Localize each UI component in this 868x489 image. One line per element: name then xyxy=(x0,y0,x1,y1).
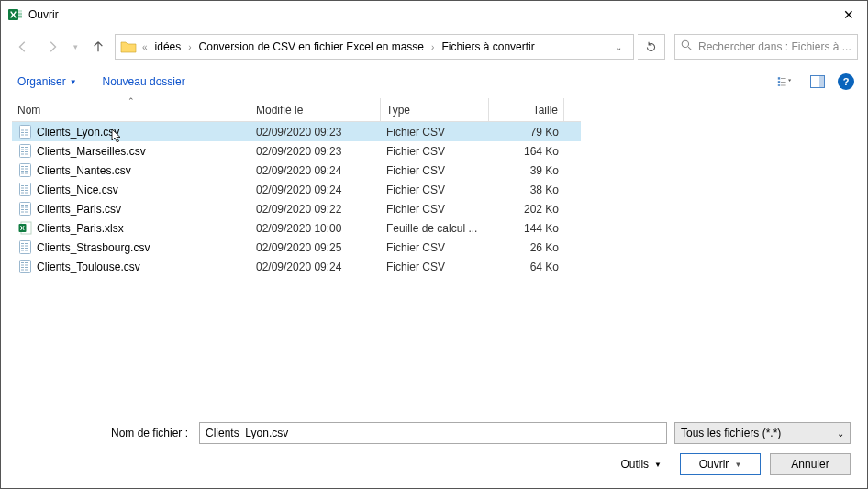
cancel-button[interactable]: Annuler xyxy=(770,453,851,475)
file-size: 64 Ko xyxy=(489,261,564,273)
column-type[interactable]: Type xyxy=(381,98,489,121)
file-row[interactable]: Clients_Lyon.csv02/09/2020 09:23Fichier … xyxy=(12,122,581,141)
svg-rect-28 xyxy=(25,151,28,152)
svg-rect-1 xyxy=(18,10,22,13)
breadcrumb-path[interactable]: « idées › Conversion de CSV en fichier E… xyxy=(115,34,634,60)
file-row[interactable]: Clients_Paris.xlsx02/09/2020 10:00Feuill… xyxy=(12,218,581,238)
svg-rect-71 xyxy=(25,262,28,263)
svg-rect-29 xyxy=(21,154,24,155)
window-title: Ouvrir xyxy=(28,8,830,21)
nav-recent-dropdown[interactable]: ▾ xyxy=(69,34,82,60)
svg-rect-35 xyxy=(25,169,28,170)
crumb-1[interactable]: idées xyxy=(152,40,184,53)
view-options-button[interactable] xyxy=(772,71,797,93)
svg-rect-37 xyxy=(25,171,28,172)
file-type: Fichier CSV xyxy=(381,241,489,254)
svg-rect-21 xyxy=(25,135,28,136)
path-dropdown[interactable]: ⌄ xyxy=(607,42,629,52)
refresh-button[interactable] xyxy=(638,34,665,60)
file-date: 02/09/2020 09:24 xyxy=(250,261,381,273)
file-name: Clients_Nantes.csv xyxy=(37,164,131,177)
svg-rect-7 xyxy=(778,81,780,83)
dialog-footer: Nom de fichier : Tous les fichiers (*.*)… xyxy=(1,411,867,488)
file-type: Fichier CSV xyxy=(381,145,489,158)
nav-forward-button xyxy=(39,34,65,60)
svg-rect-57 xyxy=(25,212,28,213)
file-date: 02/09/2020 09:23 xyxy=(250,145,381,158)
svg-rect-73 xyxy=(25,265,28,266)
svg-rect-22 xyxy=(19,145,30,158)
close-button[interactable]: ✕ xyxy=(830,1,867,28)
search-input[interactable]: Rechercher dans : Fichiers à ... xyxy=(674,34,858,60)
filename-input[interactable] xyxy=(199,422,667,444)
svg-rect-17 xyxy=(25,130,28,131)
file-name: Clients_Strasbourg.csv xyxy=(37,241,150,254)
chevron-right-icon: › xyxy=(427,42,439,52)
svg-rect-8 xyxy=(781,82,786,83)
svg-rect-66 xyxy=(25,248,28,249)
svg-rect-41 xyxy=(21,185,24,186)
file-row[interactable]: Clients_Paris.csv02/09/2020 09:22Fichier… xyxy=(12,199,581,218)
file-type: Fichier CSV xyxy=(381,261,489,273)
new-folder-button[interactable]: Nouveau dossier xyxy=(103,75,185,88)
nav-up-button[interactable] xyxy=(85,34,111,60)
file-row[interactable]: Clients_Nice.csv02/09/2020 09:24Fichier … xyxy=(12,180,581,199)
file-name: Clients_Marseilles.csv xyxy=(37,145,146,158)
file-date: 02/09/2020 10:00 xyxy=(250,222,381,235)
svg-rect-49 xyxy=(19,203,30,216)
file-size: 144 Ko xyxy=(489,222,564,235)
file-date: 02/09/2020 09:24 xyxy=(250,183,381,196)
column-modified[interactable]: Modifié le xyxy=(250,98,381,121)
svg-rect-51 xyxy=(25,205,28,206)
svg-rect-63 xyxy=(21,246,24,247)
file-list-header[interactable]: ⌃ Nom Modifié le Type Taille xyxy=(12,98,581,122)
column-size[interactable]: Taille xyxy=(489,98,564,121)
svg-point-4 xyxy=(682,40,688,47)
svg-rect-16 xyxy=(21,130,24,131)
svg-rect-33 xyxy=(25,166,28,167)
file-filter-dropdown[interactable]: Tous les fichiers (*.*) ⌄ xyxy=(674,422,851,444)
chevron-down-icon: ⌄ xyxy=(837,428,844,439)
svg-rect-45 xyxy=(21,190,24,191)
organize-menu[interactable]: Organiser▼ xyxy=(17,75,77,88)
file-date: 02/09/2020 09:22 xyxy=(250,203,381,216)
file-type: Feuille de calcul ... xyxy=(381,222,489,235)
preview-pane-button[interactable] xyxy=(805,71,830,93)
toolbar: Organiser▼ Nouveau dossier ? xyxy=(1,65,867,98)
file-row[interactable]: Clients_Nantes.csv02/09/2020 09:24Fichie… xyxy=(12,161,581,180)
help-button[interactable]: ? xyxy=(838,73,854,90)
csv-file-icon xyxy=(17,240,32,255)
file-row[interactable]: Clients_Toulouse.csv02/09/2020 09:24Fich… xyxy=(12,257,581,276)
crumb-2[interactable]: Conversion de CSV en fichier Excel en ma… xyxy=(196,40,427,53)
sort-ascending-icon: ⌃ xyxy=(128,96,135,106)
csv-file-icon xyxy=(17,202,32,217)
file-row[interactable]: Clients_Strasbourg.csv02/09/2020 09:25Fi… xyxy=(12,238,581,257)
search-icon xyxy=(681,39,693,54)
open-button[interactable]: Ouvrir▼ xyxy=(680,453,761,475)
svg-rect-38 xyxy=(21,173,24,174)
svg-rect-34 xyxy=(21,169,24,170)
svg-rect-43 xyxy=(21,188,24,189)
svg-rect-19 xyxy=(25,132,28,133)
tools-menu[interactable]: Outils ▼ xyxy=(620,458,662,471)
svg-rect-13 xyxy=(19,126,30,139)
file-size: 38 Ko xyxy=(489,183,564,196)
file-size: 202 Ko xyxy=(489,203,564,216)
column-name[interactable]: ⌃ Nom xyxy=(12,98,250,121)
svg-rect-54 xyxy=(21,209,24,210)
file-size: 39 Ko xyxy=(489,164,564,177)
svg-rect-70 xyxy=(21,262,24,263)
svg-rect-31 xyxy=(19,164,30,177)
nav-back-button xyxy=(10,34,36,60)
svg-rect-15 xyxy=(25,128,28,128)
svg-rect-25 xyxy=(21,150,24,150)
file-row[interactable]: Clients_Marseilles.csv02/09/2020 09:23Fi… xyxy=(12,141,581,161)
filename-label: Nom de fichier : xyxy=(17,427,192,439)
file-date: 02/09/2020 09:23 xyxy=(250,126,381,139)
svg-rect-30 xyxy=(25,154,28,155)
csv-file-icon xyxy=(17,260,32,274)
svg-rect-10 xyxy=(781,85,786,86)
crumb-3[interactable]: Fichiers à convertir xyxy=(439,40,537,53)
svg-rect-44 xyxy=(25,188,28,189)
file-name: Clients_Lyon.csv xyxy=(37,126,119,139)
